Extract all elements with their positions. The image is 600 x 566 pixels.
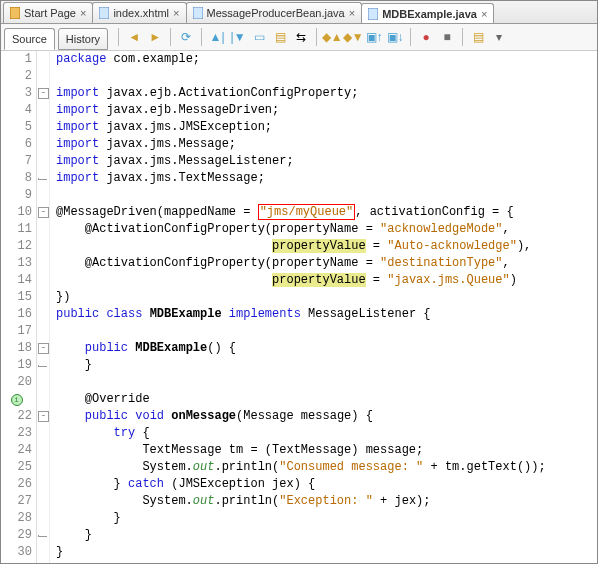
close-icon[interactable]: × (80, 8, 86, 19)
code-line[interactable]: System.out.println("Consumed message: " … (56, 459, 597, 476)
file-tab-3[interactable]: MDBExample.java× (361, 3, 494, 24)
indent-button[interactable]: ▤ (272, 29, 288, 45)
code-line[interactable]: }) (56, 289, 597, 306)
code-token: public (85, 341, 128, 355)
close-icon[interactable]: × (481, 9, 487, 20)
code-line[interactable]: @Override (56, 391, 597, 408)
line-number: 8 (1, 170, 32, 187)
code-token: @MessageDriven(mappedName = (56, 205, 258, 219)
code-token: } (56, 528, 92, 542)
code-token: "destinationType" (380, 256, 502, 270)
block-down-button[interactable]: ▣↓ (387, 29, 403, 45)
code-line[interactable] (56, 68, 597, 85)
code-token: , (502, 256, 509, 270)
code-line[interactable]: public class MDBExample implements Messa… (56, 306, 597, 323)
code-token: System. (56, 494, 193, 508)
code-line[interactable]: package com.example; (56, 51, 597, 68)
file-icon (99, 7, 109, 19)
find-next-button[interactable]: |▼ (230, 29, 246, 45)
code-token: = (366, 239, 388, 253)
code-line[interactable]: import javax.jms.Message; (56, 136, 597, 153)
code-token: ) (510, 273, 517, 287)
line-number: 16 (1, 306, 32, 323)
code-token (56, 239, 272, 253)
toolbar-separator (462, 28, 463, 46)
line-number: 5 (1, 119, 32, 136)
find-prev-button[interactable]: ▲| (209, 29, 225, 45)
code-line[interactable]: try { (56, 425, 597, 442)
toolbar-menu-button[interactable]: ▾ (491, 29, 507, 45)
code-line[interactable]: } catch (JMSException jex) { (56, 476, 597, 493)
code-token: javax.jms.JMSException; (99, 120, 272, 134)
nav-up-button[interactable]: ◆▲ (324, 29, 340, 45)
line-number: 14 (1, 272, 32, 289)
code-token: .println( (214, 494, 279, 508)
code-line[interactable]: propertyValue = "javax.jms.Queue") (56, 272, 597, 289)
block-up-button[interactable]: ▣↑ (366, 29, 382, 45)
line-number: 25 (1, 459, 32, 476)
code-token: { (135, 426, 149, 440)
record-button[interactable]: ● (418, 29, 434, 45)
highlight-button[interactable]: ▭ (251, 29, 267, 45)
code-line[interactable] (56, 187, 597, 204)
file-tab-0[interactable]: Start Page× (3, 2, 93, 23)
shift-button[interactable]: ⇆ (293, 29, 309, 45)
fold-toggle-icon[interactable]: - (38, 343, 49, 354)
editor-toolbar: ◄ ► ⟳ ▲| |▼ ▭ ▤ ⇆ ◆▲ ◆▼ ▣↑ ▣↓ ● ■ ▤ ▾ (108, 28, 597, 46)
code-line[interactable]: } (56, 527, 597, 544)
code-token: MDBExample (150, 307, 222, 321)
code-line[interactable]: } (56, 544, 597, 561)
code-line[interactable]: import javax.ejb.ActivationConfigPropert… (56, 85, 597, 102)
code-token (56, 341, 85, 355)
fold-toggle-icon[interactable]: - (38, 411, 49, 422)
code-line[interactable]: import javax.jms.MessageListener; (56, 153, 597, 170)
code-line[interactable] (56, 374, 597, 391)
close-icon[interactable]: × (173, 8, 179, 19)
file-tab-2[interactable]: MessageProducerBean.java× (186, 2, 363, 23)
code-line[interactable]: @MessageDriven(mappedName = "jms/myQueue… (56, 204, 597, 221)
log-button[interactable]: ▤ (470, 29, 486, 45)
highlighted-identifier: propertyValue (272, 239, 366, 253)
code-token: "Exception: " (279, 494, 373, 508)
code-token: javax.ejb.ActivationConfigProperty; (99, 86, 358, 100)
line-number: 11 (1, 221, 32, 238)
fold-toggle-icon[interactable]: - (38, 207, 49, 218)
close-icon[interactable]: × (349, 8, 355, 19)
nav-forward-button[interactable]: ► (147, 29, 163, 45)
file-icon (368, 8, 378, 20)
code-line[interactable]: System.out.println("Exception: " + jex); (56, 493, 597, 510)
line-number: 3 (1, 85, 32, 102)
code-line[interactable]: public void onMessage(Message message) { (56, 408, 597, 425)
code-line[interactable]: } (56, 357, 597, 374)
code-editor[interactable]: 1234567891011121314151617181920i22232425… (1, 51, 597, 563)
code-line[interactable]: @ActivationConfigProperty(propertyName =… (56, 255, 597, 272)
code-token: "Consumed message: " (279, 460, 423, 474)
fold-column[interactable]: ---- (37, 51, 50, 563)
file-tab-1[interactable]: index.xhtml× (92, 2, 186, 23)
code-token: } (56, 545, 63, 559)
code-line[interactable]: import javax.ejb.MessageDriven; (56, 102, 597, 119)
code-token: import (56, 103, 99, 117)
tab-source[interactable]: Source (4, 28, 55, 50)
toolbar-separator (410, 28, 411, 46)
code-line[interactable] (56, 323, 597, 340)
code-line[interactable]: TextMessage tm = (TextMessage) message; (56, 442, 597, 459)
nav-down-button[interactable]: ◆▼ (345, 29, 361, 45)
code-line[interactable]: propertyValue = "Auto-acknowledge"), (56, 238, 597, 255)
stop-button[interactable]: ■ (439, 29, 455, 45)
code-token: public (85, 409, 128, 423)
code-token: TextMessage tm = (TextMessage) message; (56, 443, 423, 457)
nav-back-button[interactable]: ◄ (126, 29, 142, 45)
code-token: } (56, 358, 92, 372)
code-line[interactable]: @ActivationConfigProperty(propertyName =… (56, 221, 597, 238)
line-number-gutter: 1234567891011121314151617181920i22232425… (1, 51, 37, 563)
code-line[interactable]: public MDBExample() { (56, 340, 597, 357)
code-line[interactable]: } (56, 510, 597, 527)
code-token: MDBExample (135, 341, 207, 355)
tab-history[interactable]: History (58, 28, 108, 50)
code-line[interactable]: import javax.jms.JMSException; (56, 119, 597, 136)
code-content[interactable]: package com.example;import javax.ejb.Act… (50, 51, 597, 563)
refresh-button[interactable]: ⟳ (178, 29, 194, 45)
fold-toggle-icon[interactable]: - (38, 88, 49, 99)
code-line[interactable]: import javax.jms.TextMessage; (56, 170, 597, 187)
